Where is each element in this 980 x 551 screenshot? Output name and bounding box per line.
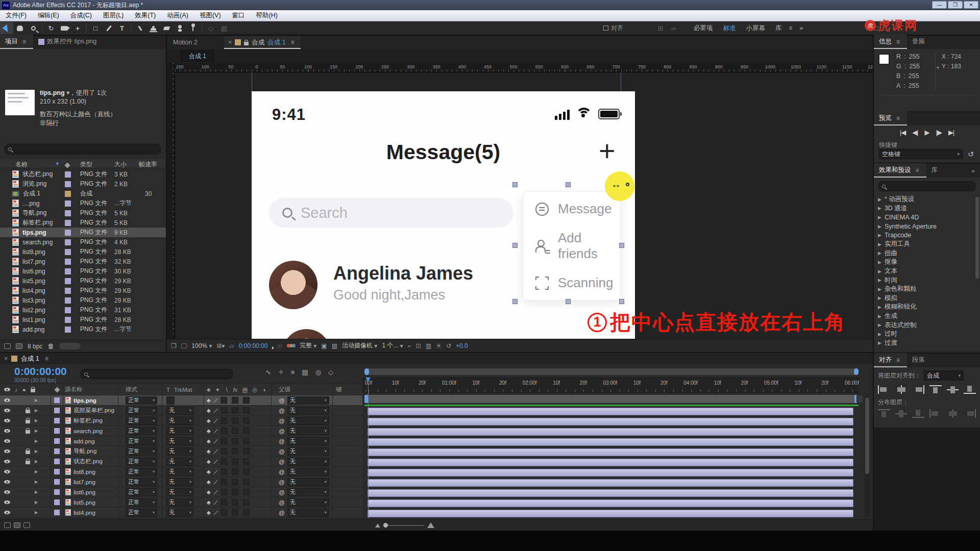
parent-dropdown[interactable]: 无▾ [287,458,329,466]
pan-behind-tool-icon[interactable]: + [71,22,84,34]
pickwhip-icon[interactable]: @ [279,479,285,485]
column-parent[interactable]: 父级 [279,386,290,393]
fast-previews-icon[interactable]: ⊡ [416,342,421,349]
project-file-row[interactable]: list3.png PNG 文件 29 KB [0,295,166,305]
expand-triangle-icon[interactable]: ▶ [878,260,881,265]
rasterize-toggle[interactable]: ∕ [214,459,217,465]
project-file-row[interactable]: 合成 1 合成 30 [0,189,166,198]
switch-box[interactable] [232,489,238,495]
switch-box[interactable] [232,479,238,485]
blend-mode-dropdown[interactable]: 正常▾ [126,498,157,507]
timeline-timecode[interactable]: 0:00:00:00 [14,366,67,377]
switch-box[interactable] [243,489,250,495]
timeline-layer-row[interactable]: ▶ 状态栏.png 正常▾ 无▾ ♣ ∕ @ 无▾ [0,457,362,467]
reset-icon[interactable]: ↺ [968,150,974,158]
rasterize-toggle[interactable]: ∕ [214,428,217,434]
timeline-layer-row[interactable]: ▶ list8.png 正常▾ 无▾ ♣ ∕ @ 无▾ [0,467,362,477]
expand-triangle-icon[interactable]: ▶ [878,340,881,345]
distribute-right-icon[interactable] [964,409,976,418]
timeline-layer-row[interactable]: ▶ 底部菜单栏.png 正常▾ 无▾ ♣ ∕ @ 无▾ [0,406,362,416]
trkmat-dropdown[interactable]: 无▾ [166,488,194,496]
project-file-row[interactable]: 标签栏.png PNG 文件 5 KB [0,218,166,228]
layer-label-chip[interactable] [54,448,60,454]
layer-duration-bar[interactable] [368,438,853,446]
project-file-row[interactable]: list8.png PNG 文件 28 KB [0,247,166,257]
frame-blending-icon[interactable]: ▤ [302,368,308,376]
effects-category-row[interactable]: ▶ 过渡 [874,339,980,348]
quality-toggle[interactable]: ♣ [207,459,211,465]
hide-shy-layers-icon[interactable]: ≡ [291,368,295,376]
file-label-chip[interactable] [65,171,71,178]
trkmat-dropdown[interactable]: 无▾ [166,478,194,486]
comp-mini-tab[interactable]: 合成 1 [181,50,214,62]
rasterize-toggle[interactable]: ∕ [214,499,217,506]
layer-label-chip[interactable] [54,428,60,434]
layer-lock-toggle[interactable] [26,461,30,464]
switch-box[interactable] [232,499,238,506]
parent-dropdown[interactable]: 无▾ [287,498,329,507]
file-label-chip[interactable] [65,249,71,255]
layer-lock-toggle[interactable] [26,420,30,423]
effects-switch-icon[interactable]: ✦ [215,386,220,393]
previous-frame-button[interactable]: ◀| [912,129,918,136]
effects-category-row[interactable]: ▶ 抠像 [874,258,980,267]
vertical-ruler[interactable] [167,63,175,339]
expand-triangle-icon[interactable]: ▶ [878,314,881,319]
file-label-chip[interactable] [65,210,71,216]
timeline-layer-row[interactable]: ▶ list4.png 正常▾ 无▾ ♣ ∕ @ 无▾ [0,508,362,518]
layer-visibility-toggle[interactable] [4,480,10,484]
project-file-row[interactable]: 导航.png PNG 文件 5 KB [0,208,166,218]
quality-toggle[interactable]: ♣ [207,469,211,475]
timeline-navigator-bar[interactable] [364,368,859,375]
project-file-row[interactable]: 状态栏.png PNG 文件 3 KB [0,169,166,179]
layer-visibility-toggle[interactable] [4,398,10,402]
tab-align[interactable]: 对齐≡ [874,353,907,367]
blend-mode-dropdown[interactable]: 正常▾ [126,509,157,517]
layer-name[interactable]: 状态栏.png [74,458,103,465]
phone-menu-item[interactable]: Scanning [535,275,620,291]
layer-label-chip[interactable] [54,408,60,413]
comp-marker-well[interactable] [856,395,863,403]
horizontal-ruler[interactable]: 1501005005010015020025030035040045050055… [175,63,873,72]
parent-dropdown[interactable]: 无▾ [287,407,329,415]
layer-expand-icon[interactable]: ▶ [35,490,38,494]
layer-visibility-toggle[interactable] [4,419,10,422]
selection-tool-icon[interactable] [0,22,13,34]
file-label-chip[interactable] [65,220,71,226]
align-to-dropdown[interactable]: 合成▾ [924,370,964,381]
parent-dropdown[interactable]: 无▾ [287,468,329,476]
camera-dropdown[interactable]: 活动摄像机 ▾ [342,341,377,350]
layer-lock-toggle[interactable] [26,410,30,413]
trkmat-dropdown[interactable]: ▾ [166,396,175,405]
file-label-chip[interactable] [65,307,71,313]
switch-box[interactable] [232,468,238,475]
timeline-layer-row[interactable]: ▶ search.png 正常▾ 无▾ ♣ ∕ @ 无▾ [0,426,362,436]
effects-category-row[interactable]: ▶ Trapcode [874,231,980,240]
switch-box[interactable] [220,509,227,516]
panel-menu-icon[interactable]: ≡ [916,167,919,174]
tab-paragraph[interactable]: 段落 [907,353,930,367]
column-key[interactable]: 键 [336,386,342,393]
menu-item[interactable]: 视图(V) [194,10,227,21]
parent-dropdown[interactable]: 无▾ [287,417,329,425]
workspace-item[interactable]: 库 [770,24,787,33]
expand-triangle-icon[interactable]: ▶ [878,287,881,292]
pickwhip-icon[interactable]: @ [279,408,285,414]
zoom-in-mountain-icon[interactable] [427,522,434,528]
menu-item[interactable]: 动画(A) [161,10,194,21]
layer-name[interactable]: list7.png [74,479,95,485]
column-type[interactable]: 类型 [80,160,92,169]
tool-options-icon[interactable]: ▤ [217,22,231,34]
menu-item[interactable]: 帮助(H) [251,10,283,21]
roto-brush-tool-icon[interactable] [173,22,186,34]
parent-dropdown[interactable]: 无▾ [287,488,329,496]
switch-box[interactable] [243,479,250,485]
audio-column-icon[interactable]: ♪ [15,387,18,393]
quality-toggle[interactable]: ♣ [207,489,211,495]
effects-category-row[interactable]: ▶ 实用工具 [874,240,980,249]
sort-arrow-icon[interactable]: ▼ [55,161,60,166]
file-label-chip[interactable] [65,278,71,284]
project-file-row[interactable]: list4.png PNG 文件 29 KB [0,286,166,295]
timeline-layer-row[interactable]: ▶ tips.png 正常▾ ▾ ♣ ∕ @ 无▾ [0,395,362,406]
puppet-pin-tool-icon[interactable] [186,22,200,34]
